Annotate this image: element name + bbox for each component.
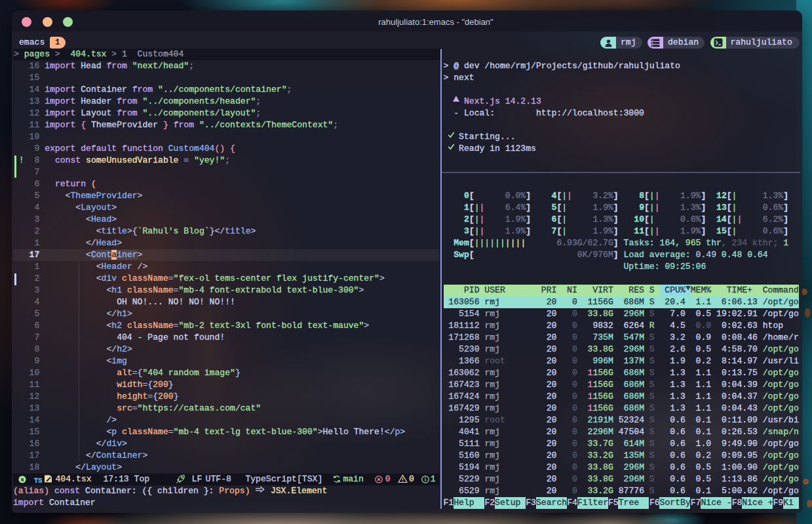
svg-text:N: N	[21, 477, 24, 483]
